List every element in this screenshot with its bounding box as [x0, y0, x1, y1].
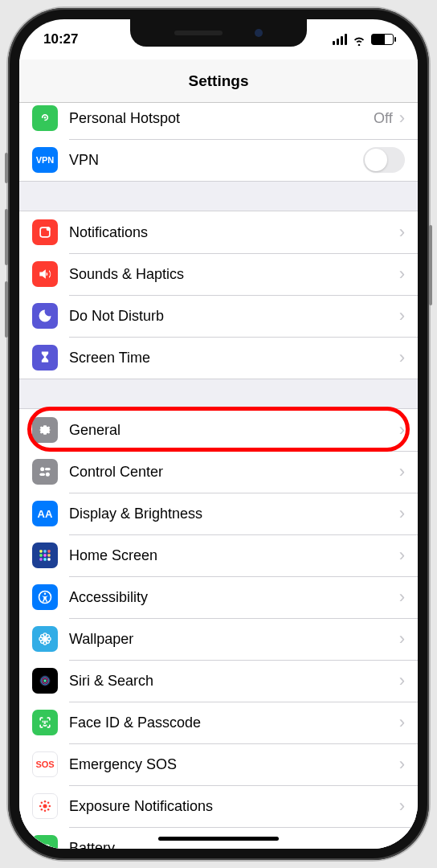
svg-point-2 [47, 227, 51, 231]
svg-rect-13 [39, 558, 42, 560]
sos-icon: SOS [32, 751, 58, 777]
chevron-right-icon: › [399, 108, 405, 129]
svg-point-34 [39, 805, 42, 808]
row-control-center[interactable]: Control Center › [19, 451, 418, 493]
svg-point-39 [47, 809, 50, 811]
row-general[interactable]: General › [19, 409, 418, 451]
svg-point-17 [44, 593, 47, 596]
row-personal-hotspot[interactable]: Personal Hotspot Off › [19, 103, 418, 139]
row-notifications[interactable]: Notifications › [19, 211, 418, 253]
row-label: Face ID & Passcode [69, 714, 399, 731]
exposure-icon [32, 793, 58, 819]
svg-point-32 [44, 800, 47, 803]
text-size-icon: AA [32, 501, 58, 526]
chevron-right-icon: › [399, 837, 405, 849]
row-value: Off [374, 110, 393, 127]
row-label: Notifications [69, 224, 399, 241]
flower-icon [32, 626, 58, 652]
row-label: VPN [69, 152, 363, 169]
accessibility-icon [32, 584, 58, 610]
row-accessibility[interactable]: Accessibility › [19, 576, 418, 618]
wifi-icon [352, 34, 366, 45]
chevron-right-icon: › [399, 796, 405, 817]
volume-up-button [5, 209, 8, 265]
svg-rect-12 [47, 554, 50, 556]
battery-icon [371, 34, 394, 45]
svg-point-33 [44, 810, 47, 813]
grid-icon [32, 542, 58, 568]
svg-point-38 [41, 809, 43, 811]
row-faceid[interactable]: Face ID & Passcode › [19, 702, 418, 743]
row-label: Do Not Disturb [69, 308, 399, 325]
svg-point-25 [41, 640, 44, 643]
phone-frame: 10:27 Settings Personal Hotspot [8, 8, 429, 860]
home-indicator[interactable] [158, 837, 279, 841]
vpn-toggle[interactable] [363, 147, 405, 173]
chevron-right-icon: › [399, 420, 405, 440]
svg-rect-42 [41, 846, 47, 849]
chevron-right-icon: › [399, 712, 405, 733]
row-label: Sounds & Haptics [69, 266, 399, 283]
svg-rect-15 [47, 558, 50, 560]
row-display[interactable]: AA Display & Brightness › [19, 493, 418, 534]
chevron-right-icon: › [399, 503, 405, 524]
chevron-right-icon: › [399, 461, 405, 482]
status-time: 10:27 [43, 31, 78, 47]
vpn-icon: VPN [32, 147, 58, 173]
moon-icon [32, 303, 58, 329]
siri-icon [32, 668, 58, 694]
svg-point-23 [41, 635, 44, 638]
notch [130, 19, 307, 47]
svg-point-0 [44, 117, 47, 119]
chevron-right-icon: › [399, 628, 405, 649]
notifications-icon [32, 219, 58, 245]
mute-switch [5, 153, 8, 183]
svg-rect-8 [43, 550, 46, 552]
page-title: Settings [189, 72, 249, 90]
row-exposure[interactable]: Exposure Notifications › [19, 785, 418, 827]
svg-point-24 [46, 635, 49, 638]
svg-point-35 [49, 805, 51, 808]
chevron-right-icon: › [399, 264, 405, 285]
screen: 10:27 Settings Personal Hotspot [19, 19, 418, 849]
svg-rect-7 [39, 550, 42, 552]
svg-rect-9 [47, 550, 50, 552]
row-label: Accessibility [69, 589, 399, 606]
chevron-right-icon: › [399, 305, 405, 326]
row-label: Home Screen [69, 547, 399, 564]
faceid-icon [32, 710, 58, 735]
chevron-right-icon: › [399, 587, 405, 608]
row-sos[interactable]: SOS Emergency SOS › [19, 743, 418, 785]
sounds-icon [32, 261, 58, 287]
row-label: Siri & Search [69, 673, 399, 690]
svg-rect-10 [39, 554, 42, 556]
svg-rect-11 [43, 554, 46, 556]
svg-rect-6 [45, 468, 51, 470]
row-label: Personal Hotspot [69, 110, 374, 127]
sliders-icon [32, 459, 58, 485]
svg-point-30 [43, 679, 46, 682]
row-dnd[interactable]: Do Not Disturb › [19, 295, 418, 337]
settings-list[interactable]: Personal Hotspot Off › VPN VPN Notificat… [19, 103, 418, 849]
battery-row-icon [32, 835, 58, 849]
nav-bar: Settings [19, 59, 418, 103]
side-button [429, 225, 432, 305]
svg-point-31 [43, 805, 47, 809]
gear-icon [32, 417, 58, 443]
row-siri[interactable]: Siri & Search › [19, 660, 418, 702]
row-label: General [69, 422, 399, 439]
svg-rect-14 [43, 558, 46, 560]
volume-down-button [5, 281, 8, 338]
svg-rect-5 [39, 473, 45, 476]
svg-point-37 [47, 802, 50, 805]
row-label: Emergency SOS [69, 756, 399, 773]
svg-point-36 [41, 802, 43, 805]
row-vpn[interactable]: VPN VPN [19, 139, 418, 181]
chevron-right-icon: › [399, 222, 405, 243]
row-homescreen[interactable]: Home Screen › [19, 534, 418, 576]
row-label: Display & Brightness [69, 506, 399, 522]
row-screentime[interactable]: Screen Time › [19, 337, 418, 379]
row-sounds[interactable]: Sounds & Haptics › [19, 253, 418, 295]
row-wallpaper[interactable]: Wallpaper › [19, 618, 418, 660]
hotspot-icon [32, 105, 58, 131]
